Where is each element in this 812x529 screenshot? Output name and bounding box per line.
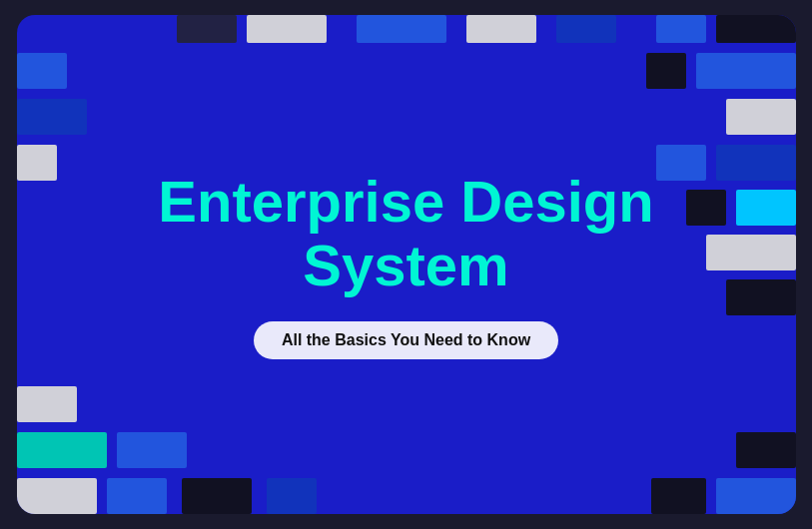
- decorative-block: [736, 190, 796, 226]
- decorative-block: [177, 15, 237, 43]
- decorative-block: [182, 478, 252, 514]
- decorative-block: [716, 478, 796, 514]
- decorative-block: [646, 53, 686, 89]
- decorative-block: [736, 432, 796, 468]
- decorative-block: [726, 279, 796, 315]
- subtitle-text: All the Basics You Need to Know: [282, 331, 530, 348]
- decorative-block: [357, 15, 446, 43]
- decorative-block: [656, 15, 706, 43]
- decorative-block: [466, 15, 536, 43]
- decorative-block: [716, 15, 796, 43]
- center-content: Enterprise Design System All the Basics …: [117, 170, 696, 359]
- decorative-block: [696, 53, 796, 89]
- decorative-block: [107, 478, 167, 514]
- main-title: Enterprise Design System: [117, 170, 696, 297]
- decorative-block: [17, 478, 97, 514]
- decorative-block: [726, 99, 796, 135]
- decorative-block: [267, 478, 317, 514]
- decorative-block: [17, 53, 67, 89]
- decorative-block: [17, 386, 77, 422]
- decorative-block: [17, 145, 57, 181]
- decorative-block: [556, 15, 616, 43]
- decorative-block: [117, 432, 187, 468]
- decorative-block: [247, 15, 327, 43]
- decorative-block: [651, 478, 706, 514]
- subtitle-badge: All the Basics You Need to Know: [254, 321, 558, 359]
- decorative-block: [716, 145, 796, 181]
- decorative-block: [17, 432, 107, 468]
- decorative-block: [706, 235, 796, 270]
- decorative-block: [17, 99, 87, 135]
- main-card: Enterprise Design System All the Basics …: [17, 15, 796, 514]
